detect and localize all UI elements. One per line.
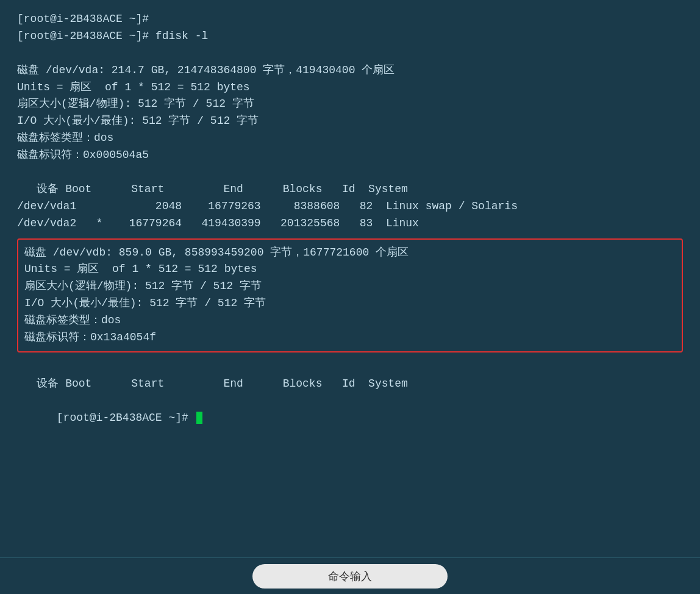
terminal-window: [root@i-2B438ACE ~]# [root@i-2B438ACE ~]…: [0, 0, 700, 557]
line-disk1-io: I/O 大小(最小/最佳): 512 字节 / 512 字节: [17, 113, 683, 130]
line-blank2: [17, 164, 683, 181]
line-disk2-sector: 扇区大小(逻辑/物理): 512 字节 / 512 字节: [24, 278, 676, 295]
line-table1-header: 设备 Boot Start End Blocks Id System: [17, 181, 683, 198]
line-disk1-sector: 扇区大小(逻辑/物理): 512 字节 / 512 字节: [17, 96, 683, 113]
terminal-output-bottom: 设备 Boot Start End Blocks Id System [root…: [17, 359, 683, 443]
line-disk1-info: 磁盘 /dev/vda: 214.7 GB, 214748364800 字节，4…: [17, 62, 683, 79]
line-disk1-units: Units = 扇区 of 1 * 512 = 512 bytes: [17, 79, 683, 96]
prompt-text: [root@i-2B438ACE ~]#: [57, 412, 195, 424]
line-blank3: [17, 359, 683, 376]
bottom-bar: 命令输入: [0, 557, 700, 594]
line-table1-row2: /dev/vda2 * 16779264 419430399 201325568…: [17, 215, 683, 232]
line-disk1-id: 磁盘标识符：0x000504a5: [17, 147, 683, 164]
terminal-cursor: [196, 412, 202, 424]
line-disk2-io: I/O 大小(最小/最佳): 512 字节 / 512 字节: [24, 295, 676, 312]
terminal-output-top: [root@i-2B438ACE ~]# [root@i-2B438ACE ~]…: [17, 11, 683, 232]
disk2-highlight-box: 磁盘 /dev/vdb: 859.0 GB, 858993459200 字节，1…: [17, 238, 683, 352]
line-table2-header: 设备 Boot Start End Blocks Id System: [17, 376, 683, 393]
command-input-label[interactable]: 命令输入: [252, 564, 448, 589]
line-disk2-label: 磁盘标签类型：dos: [24, 312, 676, 329]
line-disk2-units: Units = 扇区 of 1 * 512 = 512 bytes: [24, 261, 676, 278]
line-disk2-info: 磁盘 /dev/vdb: 859.0 GB, 858993459200 字节，1…: [24, 245, 676, 262]
line-table1-row1: /dev/vda1 2048 16779263 8388608 82 Linux…: [17, 198, 683, 215]
line-disk2-id: 磁盘标识符：0x13a4054f: [24, 329, 676, 346]
line-prompt2: [root@i-2B438ACE ~]# fdisk -l: [17, 28, 683, 45]
line-prompt1: [root@i-2B438ACE ~]#: [17, 11, 683, 28]
line-disk1-label: 磁盘标签类型：dos: [17, 130, 683, 147]
line-blank1: [17, 45, 683, 62]
line-prompt-final[interactable]: [root@i-2B438ACE ~]#: [17, 393, 683, 444]
